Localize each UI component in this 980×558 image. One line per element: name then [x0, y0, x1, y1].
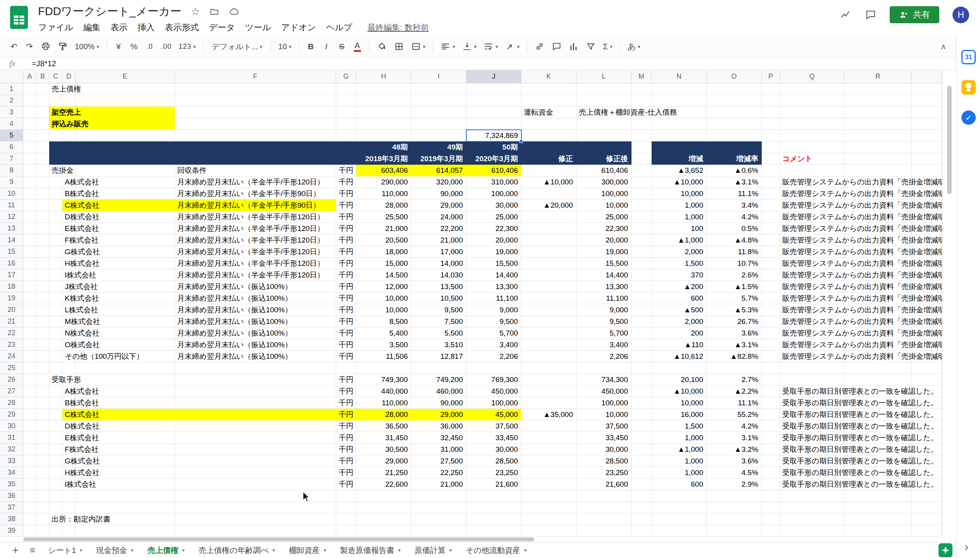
- cell-H12[interactable]: 25,500: [356, 211, 411, 223]
- sheet-tab-棚卸資産[interactable]: 棚卸資産▾: [282, 542, 333, 558]
- cell-Q4[interactable]: [780, 118, 844, 130]
- row-header-17[interactable]: 17: [0, 269, 23, 281]
- cell-B2[interactable]: [36, 95, 49, 107]
- cell-B19[interactable]: [36, 293, 49, 304]
- column-header-L[interactable]: L: [576, 70, 631, 83]
- cell-B20[interactable]: [36, 304, 49, 316]
- cell-G7[interactable]: [336, 153, 356, 165]
- cell-S39[interactable]: [912, 525, 942, 537]
- cell-D29[interactable]: C株式会社: [62, 409, 76, 420]
- cell-M20[interactable]: [631, 304, 652, 316]
- cell-G11[interactable]: 千円: [336, 200, 356, 211]
- cell-I34[interactable]: 22,250: [411, 467, 466, 479]
- cell-O27[interactable]: ▲2.2%: [707, 386, 762, 397]
- cell-J10[interactable]: 100,000: [466, 188, 521, 200]
- cell-K27[interactable]: [521, 386, 576, 397]
- cell-A15[interactable]: [23, 246, 36, 258]
- cell-G2[interactable]: [336, 95, 356, 107]
- cell-H15[interactable]: 18,000: [356, 246, 411, 258]
- cell-D33[interactable]: G株式会社: [62, 455, 76, 467]
- cell-O6[interactable]: [707, 141, 762, 153]
- cell-N37[interactable]: [652, 502, 707, 513]
- cell-M18[interactable]: [631, 281, 652, 293]
- horizontal-align-button[interactable]: ▾: [437, 39, 458, 54]
- cell-K1[interactable]: [521, 83, 576, 95]
- cell-R25[interactable]: [844, 362, 912, 374]
- cell-P8[interactable]: [762, 165, 780, 176]
- row-header-31[interactable]: 31: [0, 432, 23, 444]
- cell-N24[interactable]: ▲10,612: [652, 351, 707, 362]
- cell-H38[interactable]: [356, 513, 411, 525]
- cell-M38[interactable]: [631, 513, 652, 525]
- cell-S4[interactable]: [912, 118, 942, 130]
- cell-I37[interactable]: [411, 502, 466, 513]
- cell-M19[interactable]: [631, 293, 652, 304]
- cell-L37[interactable]: [576, 502, 631, 513]
- cell-O16[interactable]: 10.7%: [707, 258, 762, 269]
- cell-H11[interactable]: 28,000: [356, 200, 411, 211]
- cell-Q34[interactable]: 受取手形の期日別管理表との一致を確認した。: [780, 467, 844, 479]
- cell-J7[interactable]: 2020年3月期: [466, 153, 521, 165]
- cell-L25[interactable]: [576, 362, 631, 374]
- cell-N30[interactable]: 1,500: [652, 420, 707, 432]
- cell-B18[interactable]: [36, 281, 49, 293]
- cell-H23[interactable]: 3,500: [356, 339, 411, 351]
- cell-L15[interactable]: 19,000: [576, 246, 631, 258]
- cell-B39[interactable]: [36, 525, 49, 537]
- cell-Q38[interactable]: [780, 513, 844, 525]
- cell-C22[interactable]: [49, 327, 62, 339]
- cell-O1[interactable]: [707, 83, 762, 95]
- cell-Q31[interactable]: 受取手形の期日別管理表との一致を確認した。: [780, 432, 844, 444]
- row-header-7[interactable]: 7: [0, 153, 23, 165]
- cell-G22[interactable]: 千円: [336, 327, 356, 339]
- cell-D14[interactable]: F株式会社: [62, 234, 76, 246]
- row-header-19[interactable]: 19: [0, 293, 23, 304]
- cell-P6[interactable]: [762, 141, 780, 153]
- cell-K10[interactable]: [521, 188, 576, 200]
- cell-H10[interactable]: 110,000: [356, 188, 411, 200]
- cell-L24[interactable]: 2,206: [576, 351, 631, 362]
- cell-M35[interactable]: [631, 479, 652, 490]
- cell-J30[interactable]: 37,500: [466, 420, 521, 432]
- cell-G31[interactable]: 千円: [336, 432, 356, 444]
- column-header-K[interactable]: K: [521, 70, 576, 83]
- cell-N9[interactable]: ▲10,000: [652, 176, 707, 188]
- insert-link-button[interactable]: [531, 39, 548, 54]
- cell-P19[interactable]: [762, 293, 780, 304]
- menu-挿入[interactable]: 挿入: [133, 20, 160, 35]
- cell-K30[interactable]: [521, 420, 576, 432]
- cell-G29[interactable]: 千円: [336, 409, 356, 420]
- cell-D25[interactable]: [62, 362, 76, 374]
- cell-P36[interactable]: [762, 490, 780, 502]
- horizontal-scrollbar-thumb[interactable]: [23, 537, 534, 541]
- cell-B37[interactable]: [36, 502, 49, 513]
- cell-Q35[interactable]: 受取手形の期日別管理表との一致を確認した。: [780, 479, 844, 490]
- cell-D17[interactable]: I株式会社: [62, 269, 76, 281]
- cell-J21[interactable]: 9,500: [466, 316, 521, 327]
- cell-R7[interactable]: [844, 153, 912, 165]
- cell-O2[interactable]: [707, 95, 762, 107]
- cell-F3[interactable]: [175, 107, 336, 118]
- cell-F16[interactable]: 月末締め翌月末払い（半金半手/手形120日）: [175, 258, 336, 269]
- cell-N32[interactable]: ▲1,000: [652, 444, 707, 455]
- cell-E39[interactable]: [76, 525, 175, 537]
- cell-J38[interactable]: [466, 513, 521, 525]
- cell-G34[interactable]: 千円: [336, 467, 356, 479]
- column-header-N[interactable]: N: [652, 70, 707, 83]
- cell-S25[interactable]: [912, 362, 942, 374]
- cell-N26[interactable]: 20,100: [652, 374, 707, 386]
- cell-I7[interactable]: 2019年3月期: [411, 153, 466, 165]
- menu-ヘルプ[interactable]: ヘルプ: [321, 20, 357, 35]
- cell-R8[interactable]: [844, 165, 912, 176]
- cell-C17[interactable]: [49, 269, 62, 281]
- row-header-28[interactable]: 28: [0, 397, 23, 409]
- cell-D37[interactable]: [62, 502, 76, 513]
- cell-F21[interactable]: 月末締め翌月末払い（振込100%）: [175, 316, 336, 327]
- cell-L13[interactable]: 22,300: [576, 223, 631, 234]
- cell-S8[interactable]: [912, 165, 942, 176]
- cell-F30[interactable]: [175, 420, 336, 432]
- cell-B22[interactable]: [36, 327, 49, 339]
- cell-B12[interactable]: [36, 211, 49, 223]
- cell-D10[interactable]: B株式会社: [62, 188, 76, 200]
- cell-Q2[interactable]: [780, 95, 844, 107]
